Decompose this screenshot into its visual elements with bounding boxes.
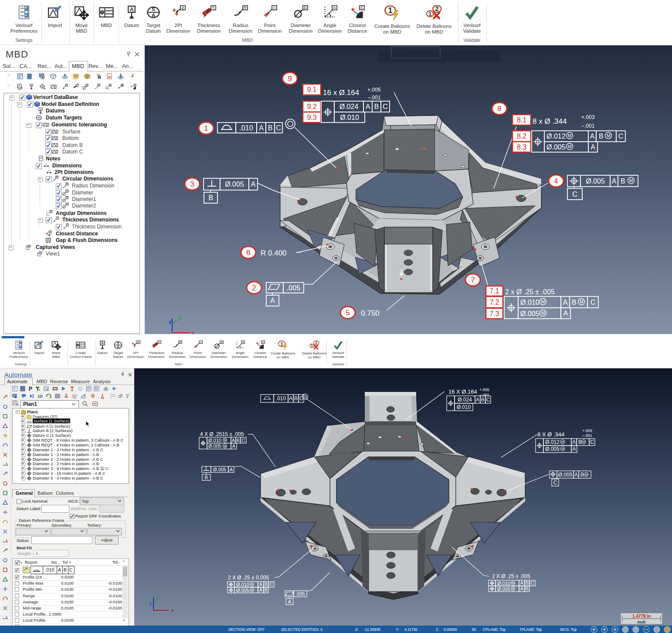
svg-text:.010: .010 [239, 124, 253, 132]
svg-text:z: z [169, 319, 171, 325]
svg-text:9.2: 9.2 [307, 103, 316, 110]
svg-text:s: s [48, 169, 50, 172]
svg-text:C: C [618, 133, 624, 140]
svg-text:A: A [366, 103, 370, 110]
svg-text:Ø.024: Ø.024 [458, 397, 472, 403]
svg-text:A: A [259, 582, 263, 587]
svg-text:B: B [572, 299, 577, 306]
svg-text:C: C [553, 480, 557, 486]
svg-text:3D: 3D [108, 76, 111, 78]
svg-text:A: A [259, 124, 264, 132]
svg-text:M: M [582, 440, 585, 444]
svg-text:T: T [57, 217, 58, 219]
svg-text:M: M [561, 447, 564, 451]
svg-text:Ø.005: Ø.005 [546, 143, 566, 151]
svg-text:M: M [629, 178, 633, 183]
svg-text:M: M [568, 144, 572, 149]
svg-text:+.005: +.005 [367, 87, 381, 93]
svg-text:+.003: +.003 [582, 429, 592, 433]
svg-text:M: M [251, 588, 253, 592]
svg-text:D: D [66, 197, 68, 199]
svg-text:Ø.012: Ø.012 [545, 439, 560, 445]
svg-text:A: A [259, 587, 263, 592]
svg-text:A: A [563, 310, 568, 317]
svg-text:−.001: −.001 [581, 123, 595, 129]
svg-text:0.750: 0.750 [361, 309, 380, 317]
svg-text:8.1: 8.1 [517, 116, 526, 124]
svg-text:C: C [590, 439, 594, 445]
svg-text:S: S [38, 116, 39, 118]
svg-text:A: A [572, 439, 576, 445]
svg-text:3: 3 [190, 180, 194, 188]
svg-text:+.005: +.005 [479, 388, 489, 392]
svg-text:s: s [46, 163, 47, 165]
svg-text:P: P [29, 386, 32, 391]
svg-text:Ø.010: Ø.010 [497, 581, 510, 586]
svg-text:D: D [66, 203, 68, 205]
svg-text:M: M [541, 299, 545, 304]
svg-text:A: A [42, 86, 43, 88]
svg-text:B: B [294, 395, 298, 402]
svg-text:GF: GF [47, 238, 50, 241]
svg-text:Ø.005: Ø.005 [520, 310, 540, 317]
svg-text:9: 9 [288, 75, 292, 83]
svg-text:−.001: −.001 [582, 433, 592, 438]
svg-text:Ø.005: Ø.005 [213, 467, 226, 472]
svg-text:7.1: 7.1 [489, 287, 499, 295]
svg-text:Ø.005: Ø.005 [558, 472, 573, 478]
svg-text:1D: 1D [37, 394, 43, 398]
svg-text:1: 1 [204, 124, 208, 133]
svg-text:C: C [299, 395, 303, 402]
svg-text:M: M [541, 310, 545, 316]
svg-text:Ø.005: Ø.005 [225, 180, 244, 188]
svg-text:T: T [67, 224, 68, 226]
svg-text:A: A [574, 472, 578, 478]
svg-text:M: M [568, 133, 572, 138]
svg-text:C: C [49, 231, 51, 233]
svg-text:.010: .010 [276, 395, 286, 402]
svg-text:7.2: 7.2 [489, 299, 499, 306]
svg-text:A: A [476, 397, 479, 403]
svg-text:T: T [77, 84, 78, 86]
svg-text:B: B [374, 103, 379, 110]
svg-text:B: B [580, 472, 584, 478]
svg-text:z: z [149, 601, 152, 606]
svg-text:M: M [224, 438, 226, 442]
svg-text:Ø.010: Ø.010 [236, 582, 249, 587]
svg-text:9.1: 9.1 [307, 86, 316, 93]
svg-text:A: A [591, 143, 595, 151]
svg-text:y: y [178, 314, 181, 320]
svg-text:C: C [572, 191, 577, 198]
svg-text:Ø.010: Ø.010 [208, 438, 221, 443]
svg-text:2 x Ø .25 ± .005: 2 x Ø .25 ± .005 [505, 288, 555, 296]
svg-text:+.003: +.003 [581, 114, 595, 120]
svg-text:7: 7 [471, 276, 475, 284]
svg-text:A: A [40, 109, 42, 111]
svg-text:2: 2 [252, 284, 256, 292]
svg-text:Ø.010: Ø.010 [457, 404, 471, 410]
svg-text:1.4778 in: 1.4778 in [632, 614, 651, 619]
svg-text:8.2: 8.2 [517, 133, 526, 140]
svg-text:R: R [56, 176, 58, 178]
svg-text:S: S [66, 84, 67, 86]
svg-text:A: A [232, 443, 236, 449]
svg-text:A: A [251, 180, 256, 188]
svg-text:8 x Ø .344: 8 x Ø .344 [533, 117, 567, 126]
svg-text:M: M [512, 587, 514, 591]
svg-text:A: A [520, 580, 524, 585]
svg-text:5: 5 [346, 309, 350, 317]
svg-text:R: R [66, 183, 68, 185]
svg-text:16 x Ø.164: 16 x Ø.164 [323, 88, 359, 97]
svg-text:A: A [50, 211, 52, 213]
svg-text:M: M [512, 581, 514, 585]
svg-text:Ø.005: Ø.005 [236, 588, 249, 593]
svg-text:4 X Ø .2515 ± .005: 4 X Ø .2515 ± .005 [200, 431, 244, 437]
svg-text:A: A [288, 599, 292, 604]
svg-text:Ø.005: Ø.005 [497, 586, 510, 592]
svg-text:9.3: 9.3 [307, 114, 316, 121]
svg-text:M: M [585, 473, 587, 476]
svg-text:A: A [31, 85, 32, 87]
svg-text:B: B [599, 133, 604, 140]
svg-text:Ø.005: Ø.005 [208, 443, 221, 449]
svg-text:C: C [276, 124, 281, 132]
